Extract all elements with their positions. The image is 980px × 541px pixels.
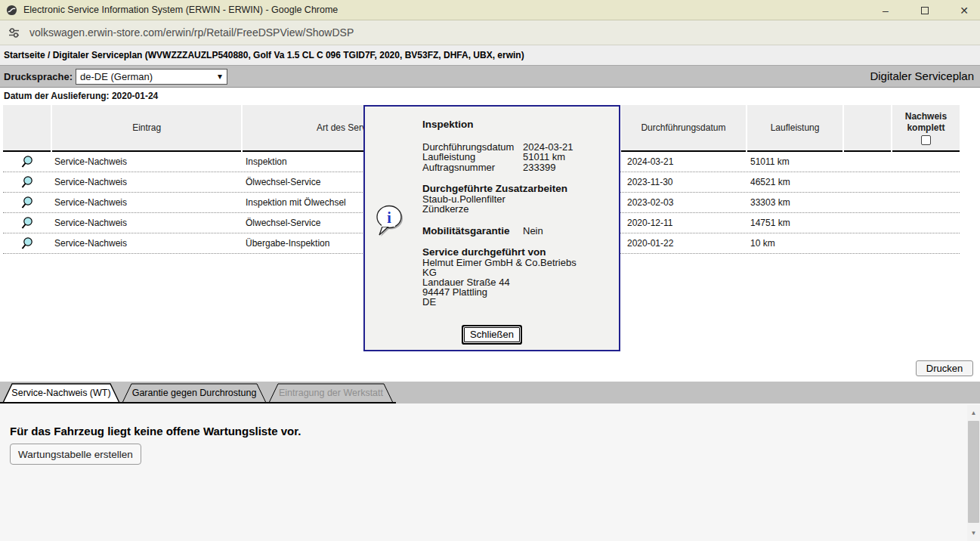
- address-bar[interactable]: volkswagen.erwin-store.com/erwin/rp/Reta…: [0, 20, 980, 45]
- field-value: 233399: [523, 162, 613, 173]
- info-icon: i: [375, 205, 407, 240]
- scroll-up-icon[interactable]: ▲: [967, 407, 980, 419]
- magnifier-button[interactable]: [20, 195, 35, 210]
- browser-window: Electronic Service Information System (E…: [0, 0, 980, 541]
- tab-garantie-durchrostung[interactable]: Garantie gegen Durchrostung: [132, 388, 257, 398]
- cell-mileage: 33303 km: [747, 197, 843, 208]
- magnifier-icon: [20, 154, 35, 169]
- performed-by-heading: Service durchgeführt von: [422, 247, 613, 258]
- field-value: 51011 km: [523, 152, 613, 162]
- cell-entry: Service-Nachweis: [51, 177, 242, 187]
- window-title: Electronic Service Information System (E…: [23, 5, 338, 15]
- close-button[interactable]: ✕: [956, 2, 972, 19]
- delivery-date: Datum der Auslieferung: 2020-01-24: [0, 88, 980, 105]
- header-spacer2: [844, 105, 890, 152]
- performed-by-line: Landauer Straße 44: [422, 277, 613, 287]
- magnifier-icon: [20, 175, 35, 190]
- tab-bar: Service-Nachweis (WT) Garantie gegen Dur…: [0, 382, 980, 403]
- field-label: Laufleistung: [422, 152, 523, 162]
- tab-eintragung-werkstatt: Eintragung der Werkstatt: [279, 388, 384, 398]
- tab-service-nachweis[interactable]: Service-Nachweis (WT): [11, 388, 110, 398]
- print-button[interactable]: Drucken: [916, 360, 973, 376]
- cell-mileage: 14751 km: [747, 218, 843, 228]
- performed-by-line: KG: [422, 267, 613, 277]
- proof-complete-checkbox[interactable]: [921, 135, 931, 145]
- cell-date: 2020-01-22: [621, 238, 747, 249]
- magnifier-icon: [20, 236, 35, 251]
- field-label: Durchführungsdatum: [422, 142, 523, 153]
- cell-date: 2023-11-30: [621, 177, 747, 187]
- cell-entry: Service-Nachweis: [51, 197, 242, 208]
- maximize-icon: [921, 7, 929, 14]
- scrollbar-thumb[interactable]: [968, 421, 979, 523]
- magnifier-button[interactable]: [20, 236, 35, 251]
- dropdown-arrow-icon: ▾: [218, 71, 222, 82]
- dialog-title: Inspektion: [422, 119, 613, 130]
- additional-work-item: Zündkerze: [422, 204, 613, 215]
- window-titlebar: Electronic Service Information System (E…: [0, 0, 980, 20]
- cell-mileage: 51011 km: [747, 156, 843, 167]
- magnifier-button[interactable]: [20, 175, 35, 190]
- print-language-value: de-DE (German): [80, 71, 153, 82]
- performed-by-line: 94447 Plattling: [422, 287, 613, 297]
- cell-date: 2020-12-11: [621, 218, 747, 228]
- mobility-row: Mobilitätsgarantie Nein: [422, 226, 613, 236]
- magnifier-icon: [20, 215, 35, 230]
- performed-by-line: Helmut Eimer GmbH & Co.Betriebs: [422, 258, 613, 267]
- header-icon-col: [3, 105, 51, 152]
- cell-mileage: 10 km: [747, 238, 843, 249]
- inspection-dialog: i Inspektion Durchführungsdatum 2024-03-…: [363, 105, 620, 351]
- performed-by-line: DE: [422, 297, 613, 307]
- create-maintenance-table-button[interactable]: Wartungstabelle erstellen: [10, 444, 141, 465]
- dialog-fields: Durchführungsdatum 2024-03-21 Laufleistu…: [422, 142, 613, 173]
- maintenance-pane: Für das Fahrzeug liegt keine offene Wart…: [0, 403, 980, 541]
- cell-entry: Service-Nachweis: [51, 218, 242, 228]
- additional-work-item: Staub-u.Pollenfilter: [422, 194, 613, 205]
- url-text[interactable]: volkswagen.erwin-store.com/erwin/rp/Reta…: [29, 26, 354, 39]
- site-settings-icon[interactable]: [8, 26, 20, 39]
- magnifier-button[interactable]: [20, 215, 35, 230]
- breadcrumb: Startseite / Digitaler Serviceplan (WVWZ…: [0, 45, 980, 66]
- print-language-label: Drucksprache:: [4, 71, 73, 82]
- vertical-scrollbar[interactable]: ▲ ▼: [967, 405, 980, 541]
- cell-date: 2023-02-03: [621, 197, 747, 208]
- print-language-toolbar: Drucksprache: de-DE (German) ▾ Digitaler…: [0, 66, 980, 88]
- minimize-button[interactable]: –: [877, 2, 894, 19]
- page-title: Digitaler Serviceplan: [870, 70, 974, 82]
- magnifier-button[interactable]: [20, 154, 35, 169]
- window-controls: – ✕: [877, 0, 972, 20]
- cell-date: 2024-03-21: [621, 156, 747, 167]
- mobility-label: Mobilitätsgarantie: [422, 226, 523, 236]
- mobility-value: Nein: [523, 226, 613, 236]
- svg-text:i: i: [387, 209, 391, 226]
- cell-entry: Service-Nachweis: [51, 156, 242, 167]
- header-entry: Eintrag: [52, 105, 241, 152]
- header-date: Durchführungsdatum: [621, 105, 745, 152]
- erwin-globe-icon: [6, 5, 17, 16]
- print-language-select[interactable]: de-DE (German) ▾: [76, 69, 227, 85]
- minimize-icon: –: [883, 5, 889, 17]
- close-icon: ✕: [960, 5, 969, 17]
- cell-entry: Service-Nachweis: [51, 238, 242, 249]
- magnifier-icon: [20, 195, 35, 210]
- scroll-down-icon[interactable]: ▼: [967, 527, 980, 539]
- header-proof-complete: Nachweis komplett: [892, 105, 960, 152]
- field-label: Auftragsnummer: [422, 162, 523, 173]
- dialog-close-button[interactable]: Schließen: [464, 327, 520, 342]
- header-mileage: Laufleistung: [747, 105, 843, 152]
- additional-work-heading: Durchgeführte Zusatzarbeiten: [422, 184, 613, 194]
- no-maintenance-message: Für das Fahrzeug liegt keine offene Wart…: [10, 425, 301, 437]
- cell-mileage: 46521 km: [747, 177, 843, 187]
- field-value: 2024-03-21: [523, 142, 613, 153]
- maximize-button[interactable]: [917, 2, 933, 19]
